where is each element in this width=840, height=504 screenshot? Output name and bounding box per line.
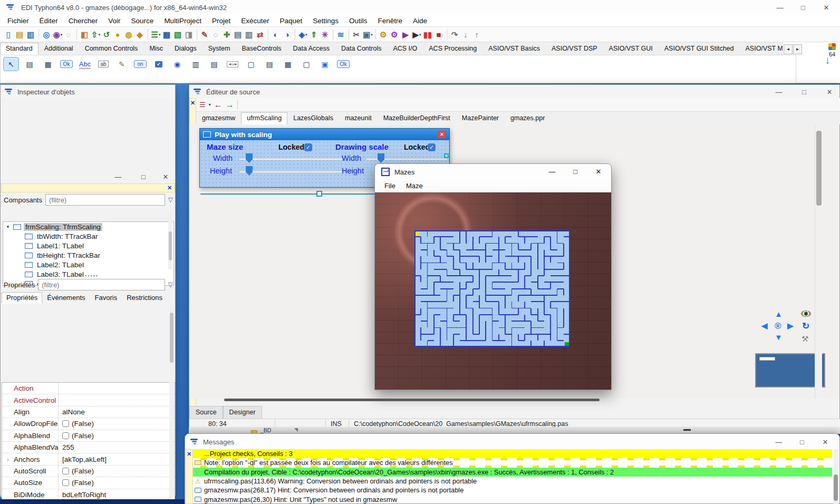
component-icon[interactable]: ↖ xyxy=(4,57,18,71)
toolbar-icon[interactable]: ▤ xyxy=(233,28,244,40)
toolbar-icon[interactable] xyxy=(148,29,148,40)
message-text[interactable]: ...Project checks, Conseils : 3 xyxy=(204,450,293,458)
component-icon[interactable]: ▦ xyxy=(41,57,55,71)
palette-tab[interactable]: Additional xyxy=(38,43,79,55)
mazes-menu-item[interactable]: File xyxy=(381,182,399,190)
dropdown-caret-icon[interactable]: ▾ xyxy=(305,33,307,36)
menu-item[interactable]: Chercher xyxy=(63,17,103,25)
main-titlebar[interactable]: EDI Typhon64 v8.0 - gmazes (débogage...)… xyxy=(0,0,840,15)
toolbar-icon[interactable]: ✂ xyxy=(351,28,362,40)
tree-label[interactable]: tbWidth: TTrackBar xyxy=(35,232,100,240)
toolbar-icon[interactable]: ▮▮ xyxy=(422,28,433,40)
menu-item[interactable]: Voir xyxy=(103,17,125,25)
maze-size-label[interactable]: Maze size xyxy=(207,142,243,151)
height-trackbar-1[interactable] xyxy=(239,171,343,173)
toolbar-icon[interactable]: ▶ xyxy=(400,28,411,40)
width-trackbar-1[interactable] xyxy=(239,158,343,160)
component-icon[interactable]: ▤ xyxy=(207,57,221,71)
tools-icon[interactable]: ⚒ xyxy=(802,334,808,344)
messages-titlebar[interactable]: Messages xyxy=(185,434,839,450)
property-value-cell[interactable]: (False) xyxy=(59,467,175,475)
toolbar-icon[interactable] xyxy=(197,29,197,40)
maximize-button[interactable]: □ xyxy=(794,1,812,14)
component-icon[interactable]: ✎ xyxy=(114,57,129,71)
checkbox-unchecked-icon[interactable] xyxy=(62,420,69,427)
checkbox-unchecked-icon[interactable] xyxy=(62,432,69,439)
toolbar-icon[interactable]: ◎ xyxy=(41,28,52,40)
palette-tab[interactable]: Standard xyxy=(0,43,38,55)
height-label-2[interactable]: Height xyxy=(342,167,364,175)
grid-scrollbar[interactable] xyxy=(169,306,174,504)
dock-close-icon[interactable]: ✕ xyxy=(187,451,191,458)
toolbar-icon[interactable]: ● xyxy=(112,28,123,40)
file-tab[interactable]: LazesGlobals xyxy=(287,112,339,124)
property-value-cell[interactable]: 255 xyxy=(59,443,175,451)
properties-filter-input[interactable] xyxy=(38,279,165,290)
toolbar-icon[interactable]: ☰▾ xyxy=(150,28,161,40)
inspector-titlebar[interactable]: Inspecteur d'objets — □ ✕ xyxy=(1,85,175,99)
mazes-maximize-button[interactable]: □ xyxy=(565,164,585,178)
inspector-tab[interactable]: Propriétés xyxy=(2,292,42,304)
toolbar-icon[interactable]: ◨ xyxy=(184,28,195,40)
toolbar-icon[interactable]: ▶▾ xyxy=(411,28,422,40)
toolbar-icon[interactable]: ◌ xyxy=(210,28,221,40)
mazes-close-button[interactable]: ✕ xyxy=(588,164,609,178)
menu-item[interactable]: Fichier xyxy=(2,17,34,25)
component-icon[interactable]: ▤ xyxy=(262,57,277,71)
palette-tab[interactable]: ASIO/VST DSP xyxy=(546,43,603,55)
property-value-cell[interactable]: bdLeftToRight xyxy=(59,491,175,499)
toolbar-icon[interactable]: ⇄ xyxy=(255,28,266,40)
tree-row[interactable]: Label2: TLabel xyxy=(3,260,173,269)
tree-scrollbar[interactable] xyxy=(168,210,172,269)
inspector-tab[interactable]: Favoris xyxy=(90,292,122,304)
toolbar-icon[interactable]: ◆ xyxy=(134,28,146,40)
property-value-cell[interactable]: [akTop,akLeft] xyxy=(59,455,175,463)
palette-tab[interactable]: Misc xyxy=(143,43,169,55)
palette-overflow-arrow-icon[interactable]: ↓ xyxy=(825,54,831,66)
checkbox-unchecked-icon[interactable] xyxy=(62,479,69,486)
toolbar-icon[interactable]: ≋ xyxy=(335,28,346,40)
menu-item[interactable]: Paquet xyxy=(274,17,307,25)
toolbar-icon[interactable]: ▥ xyxy=(25,28,36,40)
navigate-forward-icon[interactable]: → xyxy=(226,100,234,110)
property-row[interactable]: Action xyxy=(2,383,175,394)
toolbar-icon[interactable]: ⇧▾ xyxy=(90,28,101,40)
property-row[interactable]: › Anchors [akTop,akLeft] xyxy=(2,453,175,465)
property-value-cell[interactable]: (False) xyxy=(59,420,175,428)
property-row[interactable]: Align alNone xyxy=(2,406,175,418)
mazes-minimize-button[interactable]: — xyxy=(542,164,562,178)
expand-arrow-icon[interactable]: › xyxy=(2,455,14,463)
toolbar-icon[interactable]: ■ xyxy=(433,28,445,40)
component-icon[interactable]: Ok xyxy=(336,57,351,71)
palette-tab[interactable]: ASIO/VST GUI Stitched xyxy=(659,43,740,55)
component-icon[interactable]: ✔ xyxy=(151,57,166,71)
components-filter-input[interactable] xyxy=(45,194,165,206)
component-icon[interactable]: ◉ xyxy=(170,57,185,71)
refresh-icon[interactable]: ↻ xyxy=(802,321,809,332)
file-tab[interactable]: MazeBuilderDepthFirst xyxy=(378,112,456,124)
toolbar-icon[interactable] xyxy=(38,29,39,40)
property-value[interactable]: [akTop,akLeft] xyxy=(62,455,107,463)
message-text[interactable]: ufrmscaling.pas(113,66) Warning: Convers… xyxy=(204,477,477,485)
editor-hscrollbar[interactable] xyxy=(224,399,600,401)
messages-maximize-button[interactable]: □ xyxy=(793,435,811,448)
height-label-1[interactable]: Height xyxy=(210,167,232,175)
menu-item[interactable]: Outils xyxy=(344,17,373,25)
toolbar-icon[interactable]: ◐ xyxy=(271,28,282,40)
messages-scrollbar[interactable] xyxy=(833,449,838,504)
dropdown-caret-icon[interactable]: ▾ xyxy=(99,33,101,36)
property-row[interactable]: AlphaBlendValu 255 xyxy=(2,442,175,453)
property-row[interactable]: AutoScroll (False) xyxy=(2,466,175,477)
selection-handle[interactable] xyxy=(316,191,322,197)
message-row[interactable]: ...Project checks, Conseils : 3 xyxy=(193,449,832,458)
property-value[interactable]: (False) xyxy=(72,420,94,428)
toolbar-icon[interactable] xyxy=(76,29,77,40)
minimize-button[interactable]: — xyxy=(771,1,789,14)
message-text[interactable]: gmazesmw.pas(26,30) Hint: Unit "Types" n… xyxy=(204,496,397,503)
toolbar-icon[interactable] xyxy=(375,29,376,40)
editor-close-button[interactable]: ✕ xyxy=(820,85,838,98)
eye-icon[interactable] xyxy=(801,311,811,317)
toolbar-icon[interactable]: ⚙ xyxy=(389,28,400,40)
maze-canvas[interactable] xyxy=(414,230,570,347)
toolbar-icon[interactable]: ▥ xyxy=(244,28,255,40)
